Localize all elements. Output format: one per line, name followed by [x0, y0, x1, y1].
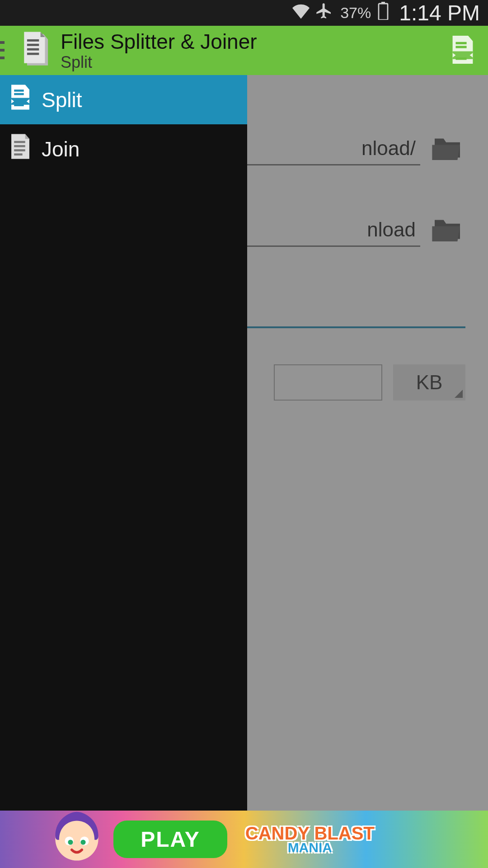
svg-rect-3	[27, 43, 39, 46]
file-icon	[10, 134, 31, 164]
drawer-item-split[interactable]: Split	[0, 75, 247, 124]
ad-title: CANDY BLAST MANIA	[245, 825, 375, 854]
drawer-item-label: Join	[42, 137, 80, 161]
drawer-item-label: Split	[42, 88, 82, 112]
svg-rect-5	[27, 52, 39, 55]
action-split-button[interactable]	[451, 36, 474, 66]
status-time: 1:14 PM	[399, 0, 480, 25]
battery-charging-icon	[377, 2, 389, 24]
status-bar: 37% 1:14 PM	[0, 0, 488, 26]
ad-banner[interactable]: PLAY CANDY BLAST MANIA	[0, 811, 488, 868]
svg-point-20	[80, 840, 85, 844]
file-split-icon	[10, 85, 31, 115]
svg-rect-1	[381, 2, 385, 4]
drawer-indicator-icon[interactable]	[0, 41, 5, 59]
svg-rect-14	[14, 149, 25, 151]
svg-rect-11	[14, 104, 23, 106]
ad-title-line2: MANIA	[245, 841, 375, 854]
action-bar: Files Splitter & Joiner Split	[0, 26, 488, 75]
app-subtitle: Split	[61, 53, 257, 72]
svg-rect-12	[14, 141, 25, 143]
nav-drawer: Split Join	[0, 75, 247, 868]
svg-rect-6	[456, 42, 467, 44]
drawer-item-join[interactable]: Join	[0, 124, 247, 174]
svg-rect-10	[14, 93, 23, 95]
svg-rect-13	[14, 145, 25, 147]
svg-rect-2	[27, 39, 39, 41]
svg-rect-7	[456, 46, 467, 48]
ad-play-button[interactable]: PLAY	[113, 821, 227, 858]
wifi-icon	[292, 2, 310, 24]
svg-rect-8	[456, 57, 467, 60]
battery-percent: 37%	[340, 4, 371, 22]
app-icon[interactable]	[23, 32, 52, 70]
airplane-icon	[315, 2, 333, 24]
svg-rect-15	[14, 153, 22, 156]
app-title: Files Splitter & Joiner	[61, 29, 257, 54]
svg-rect-4	[27, 48, 39, 50]
svg-rect-9	[14, 90, 23, 92]
svg-point-19	[68, 840, 73, 844]
ad-character-icon	[45, 811, 108, 868]
